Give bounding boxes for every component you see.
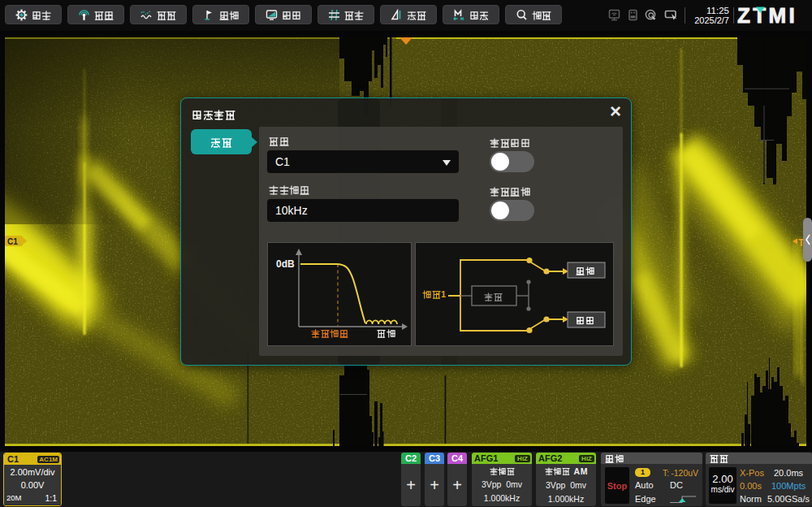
svg-text:ZTMI: ZTMI — [737, 5, 797, 26]
svg-text:C1: C1 — [7, 237, 18, 246]
svg-text:0dB: 0dB — [276, 258, 295, 270]
